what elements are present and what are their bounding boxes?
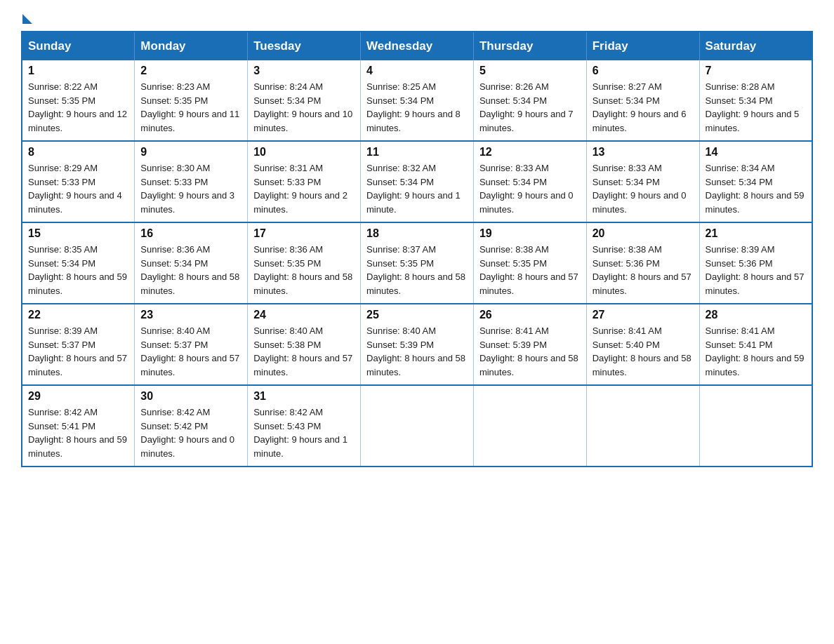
calendar-day-cell: 16 Sunrise: 8:36 AMSunset: 5:34 PMDaylig… xyxy=(135,222,248,304)
day-number: 17 xyxy=(253,227,355,240)
day-info: Sunrise: 8:33 AMSunset: 5:34 PMDaylight:… xyxy=(593,163,687,215)
day-info: Sunrise: 8:42 AMSunset: 5:43 PMDaylight:… xyxy=(253,407,348,459)
calendar-day-cell: 1 Sunrise: 8:22 AMSunset: 5:35 PMDayligh… xyxy=(22,60,135,141)
calendar-day-cell: 18 Sunrise: 8:37 AMSunset: 5:35 PMDaylig… xyxy=(361,222,474,304)
calendar-day-cell: 22 Sunrise: 8:39 AMSunset: 5:37 PMDaylig… xyxy=(22,304,135,385)
calendar-day-cell: 13 Sunrise: 8:33 AMSunset: 5:34 PMDaylig… xyxy=(586,141,699,222)
calendar-day-cell: 31 Sunrise: 8:42 AMSunset: 5:43 PMDaylig… xyxy=(248,385,361,467)
calendar-day-cell: 12 Sunrise: 8:33 AMSunset: 5:34 PMDaylig… xyxy=(473,141,586,222)
day-info: Sunrise: 8:37 AMSunset: 5:35 PMDaylight:… xyxy=(366,244,465,296)
logo-triangle-icon xyxy=(22,14,32,24)
calendar-day-cell: 19 Sunrise: 8:38 AMSunset: 5:35 PMDaylig… xyxy=(473,222,586,304)
day-of-week-header: Tuesday xyxy=(248,32,361,60)
calendar-day-cell xyxy=(361,385,474,467)
day-info: Sunrise: 8:25 AMSunset: 5:34 PMDaylight:… xyxy=(366,81,461,133)
day-info: Sunrise: 8:23 AMSunset: 5:35 PMDaylight:… xyxy=(140,81,239,133)
calendar-day-cell: 14 Sunrise: 8:34 AMSunset: 5:34 PMDaylig… xyxy=(699,141,812,222)
day-number: 1 xyxy=(28,65,128,77)
calendar-day-cell: 2 Sunrise: 8:23 AMSunset: 5:35 PMDayligh… xyxy=(135,60,248,141)
day-info: Sunrise: 8:36 AMSunset: 5:34 PMDaylight:… xyxy=(140,244,239,296)
calendar-day-cell: 20 Sunrise: 8:38 AMSunset: 5:36 PMDaylig… xyxy=(586,222,699,304)
calendar-day-cell: 25 Sunrise: 8:40 AMSunset: 5:39 PMDaylig… xyxy=(361,304,474,385)
day-number: 15 xyxy=(28,227,128,240)
day-info: Sunrise: 8:39 AMSunset: 5:37 PMDaylight:… xyxy=(28,326,127,377)
calendar-day-cell: 29 Sunrise: 8:42 AMSunset: 5:41 PMDaylig… xyxy=(22,385,135,467)
calendar-day-cell: 10 Sunrise: 8:31 AMSunset: 5:33 PMDaylig… xyxy=(248,141,361,222)
day-number: 6 xyxy=(593,65,694,77)
calendar-day-cell: 26 Sunrise: 8:41 AMSunset: 5:39 PMDaylig… xyxy=(473,304,586,385)
calendar-day-cell: 30 Sunrise: 8:42 AMSunset: 5:42 PMDaylig… xyxy=(135,385,248,467)
day-info: Sunrise: 8:41 AMSunset: 5:40 PMDaylight:… xyxy=(593,326,691,377)
day-info: Sunrise: 8:31 AMSunset: 5:33 PMDaylight:… xyxy=(253,163,348,215)
day-of-week-header: Saturday xyxy=(699,32,812,60)
day-number: 26 xyxy=(479,309,581,321)
day-info: Sunrise: 8:36 AMSunset: 5:35 PMDaylight:… xyxy=(253,244,352,296)
calendar-day-cell: 21 Sunrise: 8:39 AMSunset: 5:36 PMDaylig… xyxy=(699,222,812,304)
day-number: 23 xyxy=(140,309,241,321)
day-number: 19 xyxy=(479,227,581,240)
day-of-week-header: Thursday xyxy=(473,32,586,60)
day-number: 14 xyxy=(706,146,806,159)
day-number: 27 xyxy=(593,309,694,321)
calendar-week-row: 22 Sunrise: 8:39 AMSunset: 5:37 PMDaylig… xyxy=(22,304,812,385)
day-info: Sunrise: 8:38 AMSunset: 5:35 PMDaylight:… xyxy=(479,244,578,296)
logo xyxy=(21,14,32,17)
day-number: 16 xyxy=(140,227,241,240)
day-number: 22 xyxy=(28,309,128,321)
day-number: 5 xyxy=(479,65,581,77)
day-number: 11 xyxy=(366,146,468,159)
day-number: 3 xyxy=(253,65,355,77)
day-number: 28 xyxy=(706,309,806,321)
day-number: 9 xyxy=(140,146,241,159)
day-info: Sunrise: 8:33 AMSunset: 5:34 PMDaylight:… xyxy=(479,163,574,215)
day-of-week-header: Friday xyxy=(586,32,699,60)
day-info: Sunrise: 8:41 AMSunset: 5:41 PMDaylight:… xyxy=(706,326,805,377)
calendar-week-row: 29 Sunrise: 8:42 AMSunset: 5:41 PMDaylig… xyxy=(22,385,812,467)
day-of-week-header: Monday xyxy=(135,32,248,60)
calendar-week-row: 1 Sunrise: 8:22 AMSunset: 5:35 PMDayligh… xyxy=(22,60,812,141)
calendar-day-cell: 15 Sunrise: 8:35 AMSunset: 5:34 PMDaylig… xyxy=(22,222,135,304)
day-info: Sunrise: 8:39 AMSunset: 5:36 PMDaylight:… xyxy=(706,244,805,296)
calendar-day-cell: 8 Sunrise: 8:29 AMSunset: 5:33 PMDayligh… xyxy=(22,141,135,222)
day-number: 24 xyxy=(253,309,355,321)
day-number: 10 xyxy=(253,146,355,159)
calendar-day-cell: 23 Sunrise: 8:40 AMSunset: 5:37 PMDaylig… xyxy=(135,304,248,385)
day-number: 12 xyxy=(479,146,581,159)
day-number: 29 xyxy=(28,390,128,403)
day-number: 2 xyxy=(140,65,241,77)
calendar-day-cell xyxy=(473,385,586,467)
day-info: Sunrise: 8:40 AMSunset: 5:39 PMDaylight:… xyxy=(366,326,465,377)
day-info: Sunrise: 8:27 AMSunset: 5:34 PMDaylight:… xyxy=(593,81,687,133)
calendar-day-cell: 27 Sunrise: 8:41 AMSunset: 5:40 PMDaylig… xyxy=(586,304,699,385)
day-info: Sunrise: 8:40 AMSunset: 5:37 PMDaylight:… xyxy=(140,326,239,377)
calendar-day-cell xyxy=(699,385,812,467)
calendar-day-cell: 17 Sunrise: 8:36 AMSunset: 5:35 PMDaylig… xyxy=(248,222,361,304)
day-info: Sunrise: 8:42 AMSunset: 5:42 PMDaylight:… xyxy=(140,407,234,459)
day-info: Sunrise: 8:22 AMSunset: 5:35 PMDaylight:… xyxy=(28,81,127,133)
day-number: 4 xyxy=(366,65,468,77)
day-number: 7 xyxy=(706,65,806,77)
day-info: Sunrise: 8:32 AMSunset: 5:34 PMDaylight:… xyxy=(366,163,461,215)
calendar-day-cell: 5 Sunrise: 8:26 AMSunset: 5:34 PMDayligh… xyxy=(473,60,586,141)
calendar-day-cell: 11 Sunrise: 8:32 AMSunset: 5:34 PMDaylig… xyxy=(361,141,474,222)
calendar-day-cell: 28 Sunrise: 8:41 AMSunset: 5:41 PMDaylig… xyxy=(699,304,812,385)
day-info: Sunrise: 8:28 AMSunset: 5:34 PMDaylight:… xyxy=(706,81,800,133)
calendar-table: SundayMondayTuesdayWednesdayThursdayFrid… xyxy=(21,31,813,467)
calendar-day-cell: 24 Sunrise: 8:40 AMSunset: 5:38 PMDaylig… xyxy=(248,304,361,385)
day-info: Sunrise: 8:26 AMSunset: 5:34 PMDaylight:… xyxy=(479,81,574,133)
calendar-week-row: 8 Sunrise: 8:29 AMSunset: 5:33 PMDayligh… xyxy=(22,141,812,222)
day-info: Sunrise: 8:41 AMSunset: 5:39 PMDaylight:… xyxy=(479,326,578,377)
calendar-day-cell: 9 Sunrise: 8:30 AMSunset: 5:33 PMDayligh… xyxy=(135,141,248,222)
page-header xyxy=(21,14,813,17)
day-number: 20 xyxy=(593,227,694,240)
calendar-day-cell: 4 Sunrise: 8:25 AMSunset: 5:34 PMDayligh… xyxy=(361,60,474,141)
calendar-day-cell: 3 Sunrise: 8:24 AMSunset: 5:34 PMDayligh… xyxy=(248,60,361,141)
calendar-week-row: 15 Sunrise: 8:35 AMSunset: 5:34 PMDaylig… xyxy=(22,222,812,304)
day-number: 21 xyxy=(706,227,806,240)
day-number: 25 xyxy=(366,309,468,321)
day-info: Sunrise: 8:30 AMSunset: 5:33 PMDaylight:… xyxy=(140,163,234,215)
day-of-week-header: Sunday xyxy=(22,32,135,60)
day-info: Sunrise: 8:34 AMSunset: 5:34 PMDaylight:… xyxy=(706,163,805,215)
day-info: Sunrise: 8:38 AMSunset: 5:36 PMDaylight:… xyxy=(593,244,691,296)
calendar-day-cell xyxy=(586,385,699,467)
